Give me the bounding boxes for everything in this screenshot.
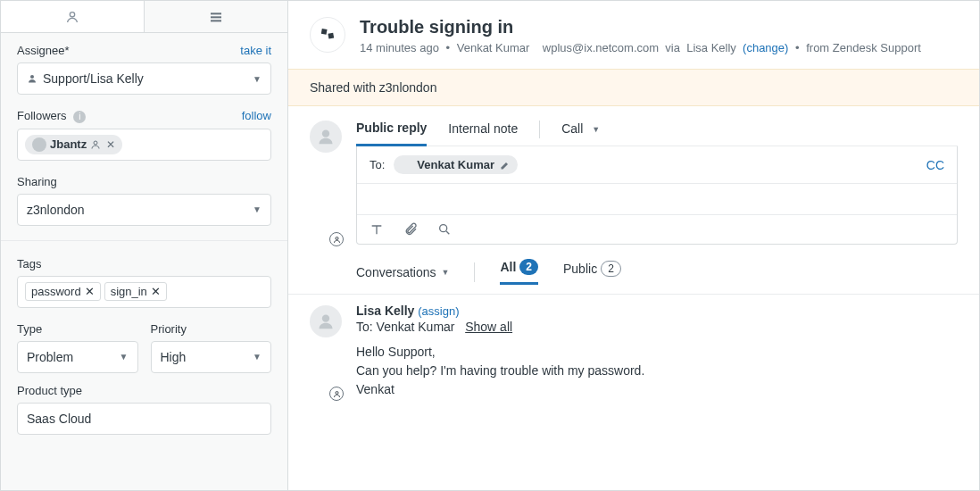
text-format-icon[interactable]: [370, 222, 384, 237]
chevron-down-icon: ▼: [442, 268, 450, 277]
compose-box: To: Venkat Kumar CC: [356, 146, 958, 245]
ticket-meta: 14 minutes ago • Venkat Kumar wplus@ix.n…: [360, 41, 921, 54]
chevron-down-icon: ▼: [592, 125, 600, 134]
count-badge: 2: [601, 261, 621, 277]
svg-rect-6: [321, 29, 328, 35]
tab-public-reply[interactable]: Public reply: [356, 121, 427, 146]
followers-label: Followers i: [17, 109, 86, 123]
sharing-label: Sharing: [17, 175, 57, 188]
followers-input[interactable]: Jbantz ✕: [17, 129, 271, 161]
assignee-select[interactable]: Support/Lisa Kelly ▼: [17, 62, 271, 95]
svg-point-12: [336, 391, 338, 394]
search-icon[interactable]: [437, 222, 452, 237]
cc-link[interactable]: CC: [926, 158, 944, 172]
remove-follower-icon[interactable]: ✕: [106, 138, 115, 151]
svg-point-4: [30, 75, 34, 79]
sharing-value: z3nlondon: [27, 203, 85, 217]
org-avatar: [310, 17, 345, 53]
priority-select[interactable]: High ▼: [151, 341, 272, 373]
user-icon: [90, 139, 101, 150]
to-label: To:: [370, 158, 385, 171]
user-icon: [317, 128, 335, 146]
divider: [539, 121, 540, 138]
assignee-value: Support/Lisa Kelly: [43, 71, 144, 86]
chevron-down-icon: ▼: [120, 352, 129, 362]
conversations-dropdown[interactable]: Conversations ▼: [356, 265, 449, 279]
recipient-chip[interactable]: Venkat Kumar: [394, 155, 518, 174]
tab-internal-note[interactable]: Internal note: [448, 121, 518, 145]
take-it-link[interactable]: take it: [240, 44, 271, 57]
compose-textarea[interactable]: [357, 184, 957, 214]
tag-chip[interactable]: sign_in ✕: [104, 282, 167, 301]
ticket-sidebar: Assignee* take it Support/Lisa Kelly ▼ F…: [1, 1, 288, 490]
svg-point-5: [94, 141, 97, 145]
tag-chip[interactable]: password ✕: [25, 282, 101, 301]
shared-with-bar: Shared with z3nlondon: [288, 69, 979, 106]
compose-tabs: Public reply Internal note Call ▼: [356, 121, 958, 146]
show-all-link[interactable]: Show all: [465, 320, 512, 334]
svg-rect-3: [211, 20, 221, 21]
avatar-badge-icon: [329, 387, 344, 401]
type-select[interactable]: Problem ▼: [17, 341, 138, 373]
fields-icon: [209, 10, 223, 24]
svg-point-11: [322, 315, 329, 322]
to-row: To: Venkat Kumar CC: [357, 146, 957, 184]
svg-point-0: [70, 12, 74, 16]
svg-rect-1: [211, 12, 221, 14]
message-body: Hello Support, Can you help? I'm having …: [356, 343, 958, 399]
tab-call[interactable]: Call ▼: [561, 121, 600, 145]
filter-all[interactable]: All 2: [500, 259, 538, 285]
product-type-label: Product type: [17, 384, 82, 397]
compose-avatar: [310, 121, 342, 245]
chevron-down-icon: ▼: [253, 204, 262, 214]
type-value: Problem: [27, 350, 73, 364]
assignee-label: Assignee*: [17, 44, 70, 57]
user-icon: [317, 312, 335, 330]
ticket-main: Trouble signing in 14 minutes ago • Venk…: [288, 1, 979, 490]
compose-toolbar: [357, 214, 957, 244]
avatar-icon: [32, 137, 46, 152]
assign-link[interactable]: (assign): [418, 304, 459, 318]
message-author: Lisa Kelly: [356, 304, 414, 318]
sidebar-tab-fields[interactable]: [145, 1, 287, 32]
change-requester-link[interactable]: (change): [743, 41, 788, 54]
follower-name: Jbantz: [50, 137, 87, 151]
pencil-icon[interactable]: [500, 160, 511, 171]
count-badge: 2: [519, 259, 538, 275]
conversation-message: Lisa Kelly (assign) To: Venkat Kumar Sho…: [288, 294, 979, 413]
info-icon: i: [73, 111, 86, 123]
ticket-title: Trouble signing in: [360, 17, 921, 37]
avatar-icon: [399, 159, 411, 171]
priority-label: Priority: [151, 322, 187, 336]
message-avatar: [310, 305, 342, 399]
follow-link[interactable]: follow: [242, 109, 271, 122]
ticket-header: Trouble signing in 14 minutes ago • Venk…: [288, 1, 979, 69]
divider: [1, 240, 287, 241]
type-label: Type: [17, 322, 42, 336]
follower-chip[interactable]: Jbantz ✕: [25, 135, 122, 154]
svg-rect-2: [211, 16, 221, 18]
sidebar-tab-user[interactable]: [1, 1, 145, 32]
tags-input[interactable]: password ✕ sign_in ✕: [17, 276, 271, 308]
tags-label: Tags: [17, 257, 41, 270]
conversation-filter: Conversations ▼ All 2 Public 2: [288, 245, 979, 294]
avatar-badge-icon: [329, 232, 344, 246]
filter-public[interactable]: Public 2: [563, 261, 621, 284]
priority-value: High: [161, 350, 187, 364]
divider: [474, 262, 475, 282]
chevron-down-icon: ▼: [253, 74, 262, 84]
sharing-select[interactable]: z3nlondon ▼: [17, 194, 271, 226]
remove-tag-icon[interactable]: ✕: [151, 285, 161, 298]
svg-point-9: [336, 237, 338, 239]
svg-point-10: [440, 225, 447, 232]
product-type-select[interactable]: Saas Cloud: [17, 403, 271, 435]
user-icon: [65, 10, 79, 24]
chevron-down-icon: ▼: [253, 352, 262, 362]
message-to: To: Venkat Kumar: [356, 320, 455, 334]
sidebar-body: Assignee* take it Support/Lisa Kelly ▼ F…: [1, 33, 287, 490]
user-icon: [27, 73, 37, 84]
sidebar-tabbar: [1, 1, 287, 33]
org-logo-icon: [319, 26, 336, 44]
remove-tag-icon[interactable]: ✕: [85, 285, 95, 298]
attachment-icon[interactable]: [403, 222, 418, 237]
